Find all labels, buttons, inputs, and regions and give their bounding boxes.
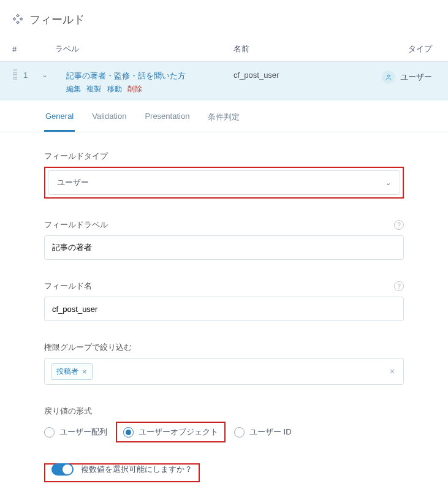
field-type-label: フィールドタイプ — [44, 151, 108, 162]
multiple-toggle[interactable] — [51, 463, 74, 476]
field-name-label: フィールド名 — [44, 281, 92, 292]
edit-link[interactable]: 編集 — [66, 85, 81, 93]
return-format-highlight: ユーザーオブジェクト — [116, 422, 226, 442]
page-header: フィールド — [0, 0, 448, 37]
col-type: タイプ — [368, 44, 436, 55]
field-label-input[interactable] — [44, 235, 404, 260]
multiple-highlight: 複数値を選択可能にしますか？ — [44, 463, 200, 482]
radio-user-id[interactable]: ユーザー ID — [234, 427, 292, 438]
radio-label: ユーザー配列 — [59, 427, 107, 438]
field-name-input[interactable] — [44, 297, 404, 321]
field-type-highlight: ユーザー ⌄ — [44, 167, 404, 199]
row-number: 1 — [23, 70, 42, 80]
row-type-label: ユーザー — [400, 72, 432, 83]
radio-label: ユーザー ID — [249, 427, 292, 438]
col-label: ラベル — [55, 44, 233, 55]
tag-remove-icon[interactable]: × — [82, 367, 87, 376]
svg-point-0 — [387, 75, 390, 77]
fields-icon — [12, 13, 23, 26]
radio-icon — [234, 427, 245, 438]
tab-conditional[interactable]: 条件判定 — [207, 112, 241, 132]
field-row[interactable]: ⠿⠿ 1 ⌄ 記事の著者・監修・話を聞いた方 編集 複製 移動 削除 cf_po… — [0, 61, 448, 101]
radio-label: ユーザーオブジェクト — [139, 427, 218, 438]
return-format-group: 戻り値の形式 ユーザー配列 ユーザーオブジェクト ユーザー ID — [44, 406, 404, 442]
radio-user-object[interactable]: ユーザーオブジェクト — [123, 427, 218, 438]
tab-validation[interactable]: Validation — [91, 112, 127, 132]
page-title: フィールド — [29, 12, 85, 27]
role-filter-input[interactable]: 投稿者 × × — [44, 358, 404, 385]
col-name: 名前 — [233, 44, 368, 55]
role-tag: 投稿者 × — [51, 363, 93, 380]
return-format-label: 戻り値の形式 — [44, 406, 92, 417]
field-type-select[interactable]: ユーザー ⌄ — [48, 170, 400, 195]
role-filter-label: 権限グループで絞り込む — [44, 342, 132, 353]
role-tag-label: 投稿者 — [56, 366, 78, 377]
role-filter-group: 権限グループで絞り込む 投稿者 × × — [44, 342, 404, 385]
radio-icon — [44, 427, 55, 438]
drag-handle-icon[interactable]: ⠿⠿ — [12, 70, 21, 80]
table-header: # ラベル 名前 タイプ — [0, 37, 448, 61]
field-type-group: フィールドタイプ ユーザー ⌄ — [44, 151, 404, 199]
help-icon[interactable]: ? — [394, 220, 404, 230]
chevron-down-icon[interactable]: ⌄ — [42, 70, 66, 79]
radio-user-array[interactable]: ユーザー配列 — [44, 427, 107, 438]
field-label-group: フィールドラベル ? — [44, 219, 404, 260]
duplicate-link[interactable]: 複製 — [86, 85, 101, 93]
field-label-label: フィールドラベル — [44, 219, 108, 230]
multiple-label: 複数値を選択可能にしますか？ — [81, 464, 192, 475]
field-name-group: フィールド名 ? — [44, 281, 404, 321]
row-actions: 編集 複製 移動 削除 — [66, 84, 233, 94]
col-number: # — [12, 45, 31, 54]
clear-icon[interactable]: × — [387, 366, 397, 376]
user-icon — [382, 70, 395, 84]
tab-general[interactable]: General — [44, 112, 75, 132]
radio-icon — [123, 427, 134, 438]
help-icon[interactable]: ? — [394, 281, 404, 291]
field-type-value: ユーザー — [57, 177, 89, 188]
tabs: General Validation Presentation 条件判定 — [0, 101, 448, 132]
delete-link[interactable]: 削除 — [127, 85, 142, 93]
tab-presentation[interactable]: Presentation — [143, 112, 191, 132]
row-title-link[interactable]: 記事の著者・監修・話を聞いた方 — [66, 70, 233, 82]
row-field-name: cf_post_user — [233, 70, 368, 80]
multiple-group: 複数値を選択可能にしますか？ — [44, 463, 404, 477]
move-link[interactable]: 移動 — [107, 85, 122, 93]
chevron-down-icon: ⌄ — [385, 179, 391, 187]
